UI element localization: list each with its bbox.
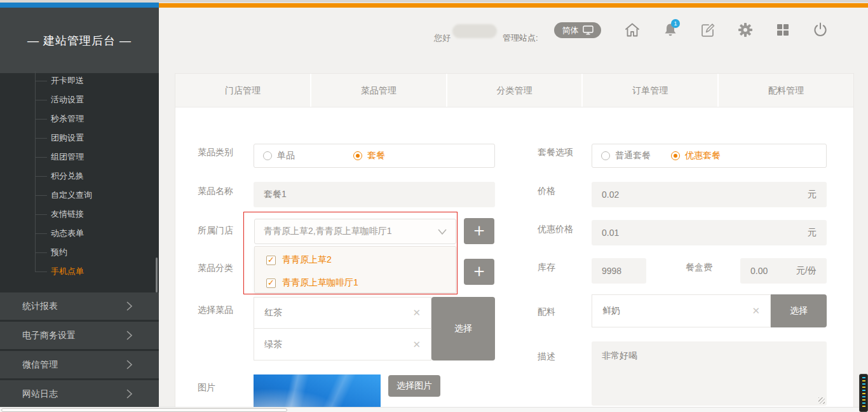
- language-label: 简体: [562, 25, 579, 36]
- apps-button[interactable]: [775, 22, 791, 38]
- screen: — 建站管理后台 — 开卡即送 活动设置 秒杀管理 团购设置 组团管理 积分兑换…: [0, 0, 868, 412]
- remove-ingredient-icon[interactable]: ✕: [752, 305, 760, 317]
- radio-discount-combo-label: 优惠套餐: [685, 150, 721, 161]
- store-dropdown-option-2[interactable]: 青青原上草咖啡厅1: [266, 273, 456, 292]
- dish-category-radio-group: 单品 套餐: [254, 144, 495, 168]
- sidebar-item-team-management[interactable]: 组团管理: [0, 148, 159, 167]
- dish-name-value: 套餐1: [264, 189, 287, 200]
- edit-icon: [700, 22, 716, 38]
- dish-name: 绿茶: [264, 339, 282, 350]
- combo-option-radio-group: 普通套餐 优惠套餐: [592, 144, 827, 168]
- sidebar-item-points-exchange[interactable]: 积分兑换: [0, 167, 159, 186]
- plus-icon: ＋: [470, 221, 488, 242]
- dish-class-label: 菜品分类: [198, 263, 233, 274]
- app-title: — 建站管理后台 —: [0, 8, 159, 73]
- box-fee-unit: 元/份: [796, 265, 817, 277]
- tab-category-management[interactable]: 分类管理: [447, 74, 582, 107]
- language-button[interactable]: 简体: [554, 22, 601, 38]
- sidebar-group-statistics[interactable]: 统计报表: [0, 292, 159, 320]
- settings-button[interactable]: [737, 22, 754, 38]
- box-fee-value: 0.00: [750, 266, 768, 276]
- remove-dish-icon[interactable]: ✕: [412, 339, 421, 350]
- checkbox-checked-icon[interactable]: [266, 278, 276, 288]
- sidebar-scrollbar[interactable]: [156, 258, 158, 292]
- description-label: 描述: [538, 351, 555, 362]
- radio-combo-dish[interactable]: [353, 151, 362, 160]
- stock-value: 9998: [602, 266, 621, 276]
- chevron-right-icon: [126, 360, 132, 369]
- price-unit: 元: [808, 189, 817, 200]
- radio-single-dish[interactable]: [263, 151, 272, 160]
- box-fee-input[interactable]: 0.00 元/份: [740, 258, 827, 284]
- remove-dish-icon[interactable]: ✕: [412, 307, 421, 319]
- dish-row-1: 红茶 ✕: [254, 297, 431, 329]
- tab-order-management[interactable]: 订单管理: [583, 74, 717, 107]
- choose-image-button[interactable]: 选择图片: [388, 375, 440, 397]
- image-label: 图片: [198, 382, 215, 394]
- tab-ingredient-management[interactable]: 配料管理: [719, 74, 853, 107]
- stock-label: 库存: [538, 262, 555, 273]
- dish-name: 红茶: [264, 307, 282, 319]
- stock-input[interactable]: 9998: [592, 258, 646, 284]
- add-store-button[interactable]: ＋: [464, 218, 494, 244]
- tab-dish-management[interactable]: 菜品管理: [311, 74, 446, 107]
- discount-price-label: 优惠价格: [538, 224, 573, 235]
- select-dishes-label: 选择菜品: [198, 305, 233, 316]
- notifications-button[interactable]: 1: [662, 22, 679, 38]
- description-textarea[interactable]: 非常好喝: [592, 341, 827, 406]
- sidebar-item-groupbuy-settings[interactable]: 团购设置: [0, 128, 159, 148]
- header: 您好 管理站点: 简体 1: [159, 0, 868, 73]
- sidebar-group-wechat-management[interactable]: 微信管理: [0, 351, 159, 378]
- dish-name-input[interactable]: 套餐1: [254, 182, 495, 207]
- select-ingredient-button[interactable]: 选择: [771, 294, 827, 327]
- add-class-button[interactable]: ＋: [464, 259, 494, 285]
- group-label: 微信管理: [22, 359, 58, 369]
- horizontal-scrollbar[interactable]: [0, 407, 868, 412]
- store-select-value: 青青原上草2,青青原上草咖啡厅1: [264, 226, 391, 237]
- radio-normal-combo[interactable]: [601, 151, 610, 160]
- ingredient-input[interactable]: 鲜奶 ✕: [592, 294, 771, 327]
- radio-normal-combo-label: 普通套餐: [615, 150, 651, 161]
- checkbox-checked-icon[interactable]: [266, 256, 276, 265]
- store-label: 所属门店: [198, 225, 233, 237]
- horizontal-scrollbar-thumb[interactable]: [1, 408, 287, 412]
- sidebar-item-friendly-links[interactable]: 友情链接: [0, 205, 159, 224]
- dish-row-2: 绿茶 ✕: [254, 328, 431, 360]
- sidebar-group-site-logs[interactable]: 网站日志: [0, 380, 159, 408]
- select-dishes-button-label: 选择: [454, 323, 472, 334]
- price-label: 价格: [538, 186, 555, 197]
- ingredient-label: 配料: [538, 306, 555, 318]
- select-dishes-button[interactable]: 选择: [431, 297, 495, 360]
- sidebar-item-custom-query[interactable]: 自定义查询: [0, 186, 159, 205]
- sidebar-item-activity-settings[interactable]: 活动设置: [0, 90, 159, 109]
- home-icon: [624, 22, 641, 38]
- sidebar-item-seckill-management[interactable]: 秒杀管理: [0, 109, 159, 128]
- sidebar-group-ecommerce-settings[interactable]: 电子商务设置: [0, 322, 159, 349]
- sidebar-item-open-card-gift[interactable]: 开卡即送: [0, 71, 159, 90]
- combo-option-label: 套餐选项: [538, 147, 573, 158]
- chevron-right-icon: [126, 389, 132, 399]
- chevron-right-icon: [126, 301, 132, 311]
- tab-store-management[interactable]: 门店管理: [175, 74, 310, 107]
- store-dropdown: 青青原上草2 青青原上草咖啡厅1: [254, 246, 456, 293]
- dish-category-label: 菜品类别: [198, 147, 233, 158]
- radio-discount-combo[interactable]: [671, 151, 680, 160]
- store-select[interactable]: 青青原上草2,青青原上草咖啡厅1: [254, 219, 456, 244]
- page-scrollbar[interactable]: [859, 374, 868, 412]
- discount-price-input[interactable]: 0.01 元: [592, 220, 827, 245]
- sidebar-item-mobile-ordering[interactable]: 手机点单: [0, 262, 159, 281]
- tab-bar: 门店管理 菜品管理 分类管理 订单管理 配料管理: [175, 74, 853, 107]
- sidebar-item-reservation[interactable]: 预约: [0, 243, 159, 262]
- grid-icon: [775, 22, 791, 38]
- home-button[interactable]: [624, 22, 641, 38]
- sidebar-item-dynamic-forms[interactable]: 动态表单: [0, 224, 159, 243]
- logout-button[interactable]: [812, 22, 829, 38]
- sidebar-menu: 开卡即送 活动设置 秒杀管理 团购设置 组团管理 积分兑换 自定义查询 友情链接…: [0, 71, 159, 281]
- chevron-right-icon: [126, 331, 132, 340]
- edit-button[interactable]: [700, 22, 716, 38]
- store-dropdown-option-1[interactable]: 青青原上草2: [266, 251, 456, 270]
- ingredient-value: 鲜奶: [602, 305, 620, 317]
- price-input[interactable]: 0.02 元: [592, 182, 827, 207]
- discount-price-value: 0.01: [602, 228, 619, 238]
- sidebar: — 建站管理后台 — 开卡即送 活动设置 秒杀管理 团购设置 组团管理 积分兑换…: [0, 8, 159, 407]
